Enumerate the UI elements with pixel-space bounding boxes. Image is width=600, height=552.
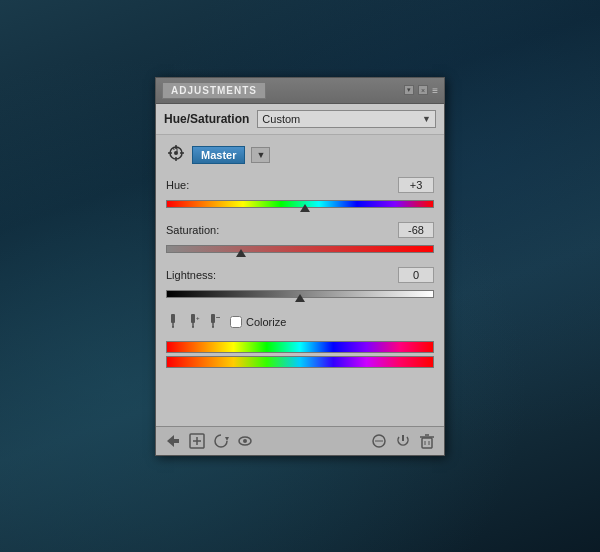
channel-dropdown-arrow[interactable]: ▼ [251,147,270,163]
saturation-label: Saturation: [166,224,219,236]
color-bar-top [166,341,434,353]
svg-text:−: − [216,314,220,322]
panel-title: ADJUSTMENTS [171,85,257,96]
lightness-section: Lightness: [166,267,434,304]
eyedropper-icon[interactable] [166,314,180,331]
svg-rect-9 [191,314,195,323]
lightness-label-row: Lightness: [166,267,434,283]
panel-content: Master ▼ Hue: Saturation: [156,135,444,426]
panel-menu-icon[interactable]: ≡ [432,85,438,96]
lightness-slider-container[interactable] [166,286,434,304]
panel-footer [156,426,444,455]
color-bars-section [166,341,434,368]
lightness-value-input[interactable] [398,267,434,283]
saturation-slider-container[interactable] [166,241,434,259]
adjustments-tab[interactable]: ADJUSTMENTS [162,82,266,99]
svg-rect-13 [211,314,215,323]
panel-header: Hue/Saturation Custom ▼ [156,104,444,135]
svg-text:+: + [196,315,200,321]
adjustments-panel: ADJUSTMENTS ▾ × ≡ Hue/Saturation Custom … [155,77,445,456]
panel-title-left: ADJUSTMENTS [162,82,266,99]
svg-point-11 [192,326,194,328]
colorize-checkbox[interactable] [230,316,242,328]
saturation-thumb[interactable] [236,249,246,259]
back-button[interactable] [164,432,182,450]
svg-point-8 [172,326,174,328]
svg-point-23 [243,439,247,443]
visibility-button[interactable] [236,432,254,450]
svg-rect-6 [171,314,175,323]
hue-label-row: Hue: [166,177,434,193]
mode-label: Hue/Saturation [164,112,249,126]
minimize-button[interactable]: ▾ [404,85,414,95]
eyedropper-minus-icon[interactable]: − [206,314,220,331]
footer-left [164,432,254,450]
hue-section: Hue: [166,177,434,214]
panel-title-controls: ▾ × ≡ [404,85,438,96]
saturation-track [166,245,434,253]
close-button[interactable]: × [418,85,428,95]
hue-value-input[interactable] [398,177,434,193]
colorize-section: Colorize [230,316,286,328]
hue-thumb[interactable] [300,204,310,214]
master-row: Master ▼ [166,143,434,167]
lightness-label: Lightness: [166,269,216,281]
power-button[interactable] [394,432,412,450]
tools-row: + − Colorize [166,314,434,331]
delete-button[interactable] [418,432,436,450]
preset-dropdown[interactable]: Custom ▼ [257,110,436,128]
hue-slider-container[interactable] [166,196,434,214]
panel-titlebar: ADJUSTMENTS ▾ × ≡ [156,78,444,104]
reset-button[interactable] [212,432,230,450]
colorize-label: Colorize [246,316,286,328]
saturation-section: Saturation: [166,222,434,259]
svg-rect-26 [422,438,432,448]
color-bar-bottom [166,356,434,368]
hue-label: Hue: [166,179,189,191]
dropdown-arrow-icon: ▼ [422,114,431,124]
svg-point-15 [212,326,214,328]
svg-marker-21 [225,437,229,441]
saturation-value-input[interactable] [398,222,434,238]
eyedropper-plus-icon[interactable]: + [186,314,200,331]
master-button[interactable]: Master [192,146,245,164]
new-adjustment-button[interactable] [188,432,206,450]
preset-value: Custom [262,113,422,125]
master-button-label: Master [201,149,236,161]
saturation-label-row: Saturation: [166,222,434,238]
footer-right [370,432,436,450]
clip-button[interactable] [370,432,388,450]
targeting-icon[interactable] [166,143,186,167]
svg-marker-17 [167,435,179,447]
spacer [166,378,434,418]
lightness-thumb[interactable] [295,294,305,304]
